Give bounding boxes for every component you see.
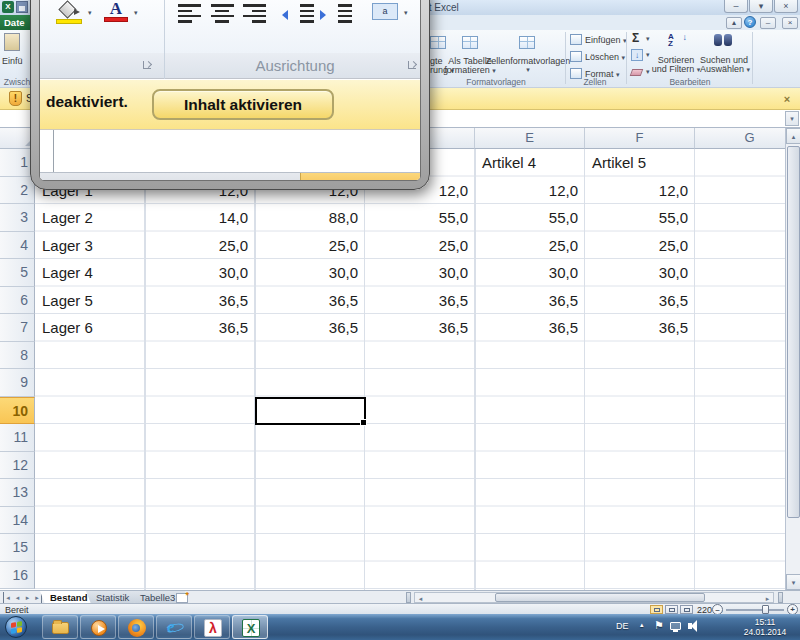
normal-view-icon[interactable] [650, 605, 663, 614]
taskbar-media-player-button[interactable] [80, 615, 116, 639]
cell-B7[interactable]: 36,5 [145, 314, 255, 342]
cell-A3[interactable]: Lager 2 [35, 204, 145, 232]
spreadsheet-grid[interactable]: ABCDEFG 12345678910111213141516 Artikel … [0, 128, 785, 590]
close-button[interactable]: × [774, 0, 798, 13]
cell-C6[interactable]: 36,5 [255, 287, 365, 315]
volume-icon[interactable] [688, 623, 692, 629]
fill-color-icon[interactable] [56, 3, 82, 18]
horizontal-scroll-thumb[interactable] [495, 593, 705, 602]
taskbar-explorer-button[interactable] [42, 615, 78, 639]
taskbar-internet-explorer-button[interactable]: e [156, 615, 192, 639]
row-header-10[interactable]: 10 [0, 397, 35, 425]
row-header-3[interactable]: 3 [0, 204, 35, 232]
first-sheet-icon[interactable]: ◂ [3, 592, 12, 603]
network-icon[interactable] [670, 622, 681, 630]
column-header-G[interactable]: G [695, 128, 785, 149]
font-color-icon[interactable]: A [104, 1, 128, 16]
find-select-icon[interactable] [714, 34, 732, 46]
restore-button[interactable]: ▾ [749, 0, 773, 13]
zoom-slider-thumb[interactable] [762, 605, 769, 614]
row-header-13[interactable]: 13 [0, 479, 35, 507]
workbook-close-button[interactable]: × [782, 17, 798, 29]
fill-icon[interactable]: ↓ [631, 49, 643, 61]
cell-E4[interactable]: 25,0 [475, 232, 585, 260]
row-header-5[interactable]: 5 [0, 259, 35, 287]
row-header-6[interactable]: 6 [0, 287, 35, 315]
cell-F4[interactable]: 25,0 [585, 232, 695, 260]
row-header-14[interactable]: 14 [0, 507, 35, 535]
cell-styles-icon[interactable] [519, 36, 535, 49]
file-tab[interactable]: Date [0, 15, 30, 30]
cell-D7[interactable]: 36,5 [365, 314, 475, 342]
zoom-slider-track[interactable] [726, 609, 784, 611]
decrease-indent-icon[interactable] [282, 6, 288, 24]
chevron-down-icon[interactable]: ▾ [88, 9, 92, 17]
minimize-button[interactable]: – [724, 0, 748, 13]
column-header-E[interactable]: E [475, 128, 585, 149]
cell-E3[interactable]: 55,0 [475, 204, 585, 232]
vertical-scrollbar[interactable]: ▴ ▾ [785, 128, 800, 590]
row-header-7[interactable]: 7 [0, 314, 35, 342]
row-header-16[interactable]: 16 [0, 562, 35, 590]
cell-B5[interactable]: 30,0 [145, 259, 255, 287]
format-as-table-icon[interactable] [462, 36, 478, 49]
merge-center-icon[interactable]: a [372, 3, 398, 20]
cell-styles-button[interactable]: Zellenformatvorlagen [478, 56, 578, 66]
delete-cells-button[interactable]: Löschen ▾ [585, 52, 625, 62]
chevron-down-icon[interactable]: ▾ [134, 9, 138, 17]
cell-B4[interactable]: 25,0 [145, 232, 255, 260]
cell-C4[interactable]: 25,0 [255, 232, 365, 260]
cell-A5[interactable]: Lager 4 [35, 259, 145, 287]
hscroll-split-handle[interactable] [778, 592, 783, 603]
page-layout-view-icon[interactable] [665, 605, 678, 614]
cell-F7[interactable]: 36,5 [585, 314, 695, 342]
enable-content-button[interactable]: Inhalt aktivieren [152, 89, 334, 120]
tab-split-handle[interactable] [406, 592, 411, 603]
taskbar-clock[interactable]: 15:11 24.01.2014 [734, 617, 796, 637]
cell-E7[interactable]: 36,5 [475, 314, 585, 342]
column-header-F[interactable]: F [585, 128, 695, 149]
show-hidden-icons-icon[interactable]: ▴ [640, 621, 644, 629]
next-sheet-icon[interactable]: ▸ [23, 592, 32, 603]
row-header-4[interactable]: 4 [0, 232, 35, 260]
paste-icon[interactable] [4, 33, 20, 51]
cell-D5[interactable]: 30,0 [365, 259, 475, 287]
cell-F5[interactable]: 30,0 [585, 259, 695, 287]
magnifier-lens[interactable]: ▾ A ▾ [30, 0, 430, 190]
cell-A6[interactable]: Lager 5 [35, 287, 145, 315]
align-right-icon[interactable] [242, 3, 266, 24]
cell-B6[interactable]: 36,5 [145, 287, 255, 315]
dialog-launcher-icon[interactable] [143, 61, 151, 69]
cell-E2[interactable]: 12,0 [475, 177, 585, 205]
insert-cells-button[interactable]: Einfügen ▾ [585, 35, 627, 45]
cell-C3[interactable]: 88,0 [255, 204, 365, 232]
cell-D3[interactable]: 55,0 [365, 204, 475, 232]
expand-formula-bar-icon[interactable]: ▾ [785, 111, 799, 126]
save-icon[interactable] [16, 1, 28, 13]
row-header-9[interactable]: 9 [0, 369, 35, 397]
row-header-15[interactable]: 15 [0, 534, 35, 562]
cell-F2[interactable]: 12,0 [585, 177, 695, 205]
help-icon[interactable]: ? [744, 16, 756, 28]
last-sheet-icon[interactable]: ▸ [33, 592, 42, 603]
find-select-button-line2[interactable]: Auswählen ▾ [700, 64, 748, 74]
paste-button[interactable]: Einfü [2, 56, 23, 66]
cell-E1[interactable]: Artikel 4 [475, 149, 585, 177]
taskbar-excel-button[interactable]: X [232, 615, 268, 639]
conditional-formatting-icon[interactable] [430, 36, 446, 49]
taskbar-adobe-reader-button[interactable]: λ [194, 615, 230, 639]
delete-cells-icon[interactable] [570, 51, 582, 62]
start-button[interactable] [5, 616, 27, 638]
cell-C7[interactable]: 36,5 [255, 314, 365, 342]
autosum-icon[interactable]: Σ [632, 31, 639, 45]
row-header-12[interactable]: 12 [0, 452, 35, 480]
scroll-up-icon[interactable]: ▴ [786, 128, 800, 144]
cell-F3[interactable]: 55,0 [585, 204, 695, 232]
page-break-view-icon[interactable] [680, 605, 693, 614]
align-left-icon[interactable] [178, 3, 202, 24]
horizontal-scrollbar[interactable]: ◂ ▸ [414, 592, 774, 603]
sort-filter-button-line2[interactable]: und Filtern ▾ [650, 64, 702, 74]
insert-worksheet-icon[interactable] [176, 593, 188, 603]
workbook-minimize-button[interactable]: – [760, 17, 776, 29]
cell-D6[interactable]: 36,5 [365, 287, 475, 315]
